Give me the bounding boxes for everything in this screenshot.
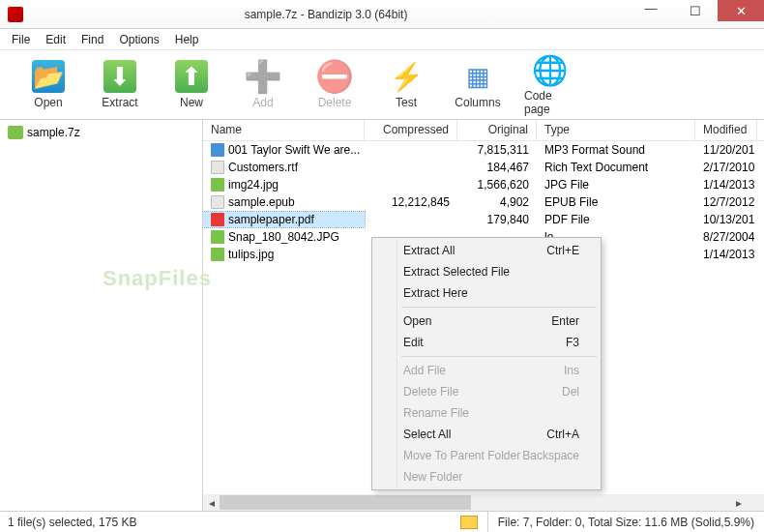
archive-status-icon — [460, 516, 478, 529]
table-row[interactable]: 001 Taylor Swift We are...7,815,311MP3 F… — [203, 141, 764, 159]
tree-panel[interactable]: sample.7z — [0, 120, 203, 511]
test-icon: ⚡ — [390, 60, 423, 93]
scroll-thumb[interactable] — [220, 495, 471, 510]
file-icon — [211, 143, 224, 157]
file-name: tulips.jpg — [228, 248, 274, 261]
new-button[interactable]: ⬆New — [166, 60, 217, 109]
col-compressed[interactable]: Compressed — [365, 120, 457, 140]
menu-help[interactable]: Help — [167, 31, 207, 48]
tree-root-label: sample.7z — [27, 126, 80, 139]
file-original: 1,566,620 — [457, 177, 537, 192]
file-name: sample.epub — [228, 195, 295, 209]
context-menu: Extract AllCtrl+EExtract Selected FileEx… — [371, 237, 602, 490]
status-selection: 1 file(s) selected, 175 KB — [0, 516, 319, 529]
table-row[interactable]: samplepaper.pdf179,840PDF File10/13/201 — [203, 211, 764, 228]
context-item[interactable]: Extract Selected File — [374, 261, 599, 282]
file-modified: 1/14/2013 — [695, 177, 757, 192]
context-accel: F3 — [566, 336, 579, 349]
file-type: PDF File — [537, 212, 695, 227]
file-modified: 1/14/2013 — [695, 247, 757, 262]
context-item[interactable]: OpenEnter — [374, 310, 599, 332]
table-row[interactable]: Customers.rtf184,467Rich Text Document2/… — [203, 159, 764, 176]
context-item: Delete FileDel — [374, 381, 599, 402]
col-modified[interactable]: Modified — [695, 120, 757, 140]
file-modified: 11/20/201 — [695, 142, 757, 158]
file-name: 001 Taylor Swift We are... — [228, 143, 360, 157]
scroll-right-icon[interactable]: ▸ — [730, 494, 747, 511]
columns-button[interactable]: ▦Columns — [453, 60, 503, 109]
file-icon — [211, 178, 224, 192]
context-label: Select All — [403, 428, 451, 441]
menu-file[interactable]: File — [4, 31, 38, 48]
context-item[interactable]: Extract AllCtrl+E — [374, 240, 599, 261]
context-accel: Enter — [551, 314, 579, 328]
context-label: Extract Here — [403, 286, 468, 300]
titlebar: sample.7z - Bandizip 3.0 (64bit) — [0, 0, 764, 29]
col-original[interactable]: Original — [457, 120, 537, 140]
file-original: 179,840 — [457, 212, 537, 227]
status-summary: File: 7, Folder: 0, Total Size: 11.6 MB … — [487, 512, 764, 532]
file-compressed — [365, 184, 457, 186]
context-separator — [401, 307, 597, 308]
add-button[interactable]: ➕Add — [238, 60, 288, 109]
app-icon — [8, 7, 23, 22]
test-button[interactable]: ⚡Test — [381, 60, 431, 109]
file-modified: 10/13/201 — [695, 212, 757, 227]
file-name: Snap_180_8042.JPG — [228, 230, 339, 244]
context-label: Move To Parent Folder — [403, 449, 520, 462]
context-item[interactable]: Select AllCtrl+A — [374, 424, 599, 445]
context-accel: Del — [562, 385, 579, 399]
open-button[interactable]: 📂Open — [23, 60, 73, 109]
file-original: 4,902 — [457, 194, 537, 210]
tree-root[interactable]: sample.7z — [6, 124, 196, 141]
context-label: Extract All — [403, 244, 455, 257]
file-icon — [211, 248, 224, 261]
file-type: EPUB File — [537, 194, 695, 210]
globe-icon: 🌐 — [533, 53, 566, 86]
window-controls — [629, 0, 764, 21]
extract-button[interactable]: ⬇Extract — [95, 60, 145, 109]
context-label: Add File — [403, 364, 446, 377]
context-gutter — [372, 238, 397, 489]
extract-icon: ⬇ — [103, 60, 136, 93]
context-item[interactable]: Extract Here — [374, 282, 599, 304]
archive-icon — [8, 126, 23, 139]
context-label: New Folder — [403, 470, 462, 484]
table-row[interactable]: sample.epub12,212,8454,902EPUB File12/7/… — [203, 193, 764, 211]
col-type[interactable]: Type — [537, 120, 695, 140]
file-modified: 8/27/2004 — [695, 229, 757, 245]
add-icon: ➕ — [247, 60, 279, 93]
menu-find[interactable]: Find — [73, 31, 111, 48]
table-row[interactable]: img24.jpg1,566,620JPG File1/14/2013 — [203, 176, 764, 193]
context-accel: Ctrl+E — [546, 244, 579, 257]
horizontal-scrollbar[interactable]: ◂ ▸ — [203, 494, 747, 511]
scroll-left-icon[interactable]: ◂ — [203, 494, 220, 511]
context-item: New Folder — [374, 466, 599, 488]
maximize-button[interactable] — [673, 0, 718, 21]
context-item: Add FileIns — [374, 360, 599, 381]
context-label: Rename File — [403, 406, 469, 420]
delete-icon: ⛔ — [318, 60, 351, 93]
file-compressed: 12,212,845 — [365, 194, 457, 210]
file-name: Customers.rtf — [228, 161, 298, 174]
scroll-corner — [747, 494, 764, 511]
minimize-button[interactable] — [629, 0, 673, 21]
file-type: JPG File — [537, 177, 695, 192]
context-item[interactable]: EditF3 — [374, 332, 599, 353]
file-type: Rich Text Document — [537, 160, 695, 175]
folder-open-icon: 📂 — [32, 60, 65, 93]
file-icon — [211, 230, 224, 244]
context-accel: Ins — [564, 364, 579, 377]
close-button[interactable] — [718, 0, 764, 21]
new-archive-icon: ⬆ — [175, 60, 208, 93]
statusbar: 1 file(s) selected, 175 KB File: 7, Fold… — [0, 511, 764, 532]
file-name: img24.jpg — [228, 178, 279, 192]
col-name[interactable]: Name — [203, 120, 365, 140]
file-type: MP3 Format Sound — [537, 142, 695, 158]
menu-options[interactable]: Options — [111, 31, 166, 48]
context-label: Edit — [403, 336, 424, 349]
codepage-button[interactable]: 🌐Code page — [524, 53, 574, 116]
delete-button[interactable]: ⛔Delete — [309, 60, 360, 109]
file-original: 184,467 — [457, 160, 537, 175]
menu-edit[interactable]: Edit — [38, 31, 73, 48]
